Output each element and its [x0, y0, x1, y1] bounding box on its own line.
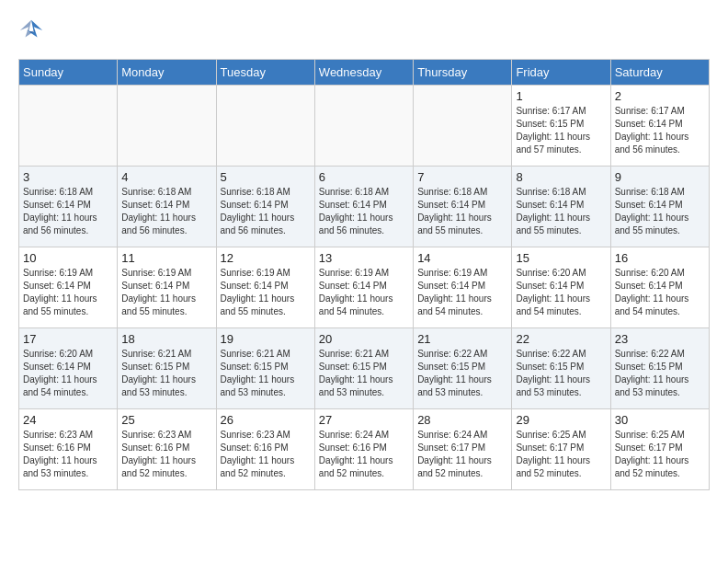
calendar-cell: 3Sunrise: 6:18 AM Sunset: 6:14 PM Daylig…: [19, 167, 118, 247]
day-number: 3: [23, 170, 113, 184]
weekday-header-tuesday: Tuesday: [216, 60, 314, 86]
calendar-cell: 28Sunrise: 6:24 AM Sunset: 6:17 PM Dayli…: [414, 409, 512, 490]
day-number: 23: [615, 332, 705, 346]
calendar-cell: 7Sunrise: 6:18 AM Sunset: 6:14 PM Daylig…: [414, 167, 512, 247]
calendar-cell: 19Sunrise: 6:21 AM Sunset: 6:15 PM Dayli…: [216, 328, 314, 409]
calendar-cell: 25Sunrise: 6:23 AM Sunset: 6:16 PM Dayli…: [118, 409, 216, 490]
calendar-cell: 11Sunrise: 6:19 AM Sunset: 6:14 PM Dayli…: [118, 247, 216, 328]
day-info: Sunrise: 6:23 AM Sunset: 6:16 PM Dayligh…: [121, 429, 211, 480]
calendar-cell: 18Sunrise: 6:21 AM Sunset: 6:15 PM Dayli…: [118, 328, 216, 409]
day-number: 25: [121, 413, 211, 427]
calendar-cell: 9Sunrise: 6:18 AM Sunset: 6:14 PM Daylig…: [610, 167, 709, 247]
calendar-cell: 21Sunrise: 6:22 AM Sunset: 6:15 PM Dayli…: [414, 328, 512, 409]
calendar-cell: 14Sunrise: 6:19 AM Sunset: 6:14 PM Dayli…: [414, 247, 512, 328]
day-info: Sunrise: 6:19 AM Sunset: 6:14 PM Dayligh…: [417, 267, 507, 318]
calendar-cell: 26Sunrise: 6:23 AM Sunset: 6:16 PM Dayli…: [216, 409, 314, 490]
calendar-cell: 17Sunrise: 6:20 AM Sunset: 6:14 PM Dayli…: [19, 328, 118, 409]
calendar-cell: 2Sunrise: 6:17 AM Sunset: 6:14 PM Daylig…: [610, 86, 709, 167]
day-number: 7: [417, 170, 507, 184]
day-info: Sunrise: 6:23 AM Sunset: 6:16 PM Dayligh…: [221, 429, 311, 480]
day-number: 8: [516, 170, 606, 184]
day-number: 1: [516, 89, 606, 103]
day-number: 17: [23, 332, 113, 346]
day-info: Sunrise: 6:19 AM Sunset: 6:14 PM Dayligh…: [319, 267, 409, 318]
weekday-header-friday: Friday: [512, 60, 610, 86]
day-number: 18: [121, 332, 211, 346]
day-info: Sunrise: 6:21 AM Sunset: 6:15 PM Dayligh…: [121, 348, 211, 399]
day-info: Sunrise: 6:18 AM Sunset: 6:14 PM Dayligh…: [417, 186, 507, 237]
day-number: 26: [221, 413, 311, 427]
day-info: Sunrise: 6:18 AM Sunset: 6:14 PM Dayligh…: [121, 186, 211, 237]
calendar-cell: 24Sunrise: 6:23 AM Sunset: 6:16 PM Dayli…: [19, 409, 118, 490]
day-info: Sunrise: 6:22 AM Sunset: 6:15 PM Dayligh…: [516, 348, 606, 399]
day-info: Sunrise: 6:25 AM Sunset: 6:17 PM Dayligh…: [516, 429, 606, 480]
day-number: 21: [417, 332, 507, 346]
day-number: 6: [319, 170, 409, 184]
calendar-cell: 23Sunrise: 6:22 AM Sunset: 6:15 PM Dayli…: [610, 328, 709, 409]
day-info: Sunrise: 6:21 AM Sunset: 6:15 PM Dayligh…: [221, 348, 311, 399]
calendar-cell: 16Sunrise: 6:20 AM Sunset: 6:14 PM Dayli…: [610, 247, 709, 328]
calendar-cell: 4Sunrise: 6:18 AM Sunset: 6:14 PM Daylig…: [118, 167, 216, 247]
day-number: 19: [221, 332, 311, 346]
day-info: Sunrise: 6:18 AM Sunset: 6:14 PM Dayligh…: [615, 186, 705, 237]
day-number: 27: [319, 413, 409, 427]
calendar-cell: [216, 86, 314, 167]
calendar-cell: [314, 86, 413, 167]
day-info: Sunrise: 6:19 AM Sunset: 6:14 PM Dayligh…: [221, 267, 311, 318]
day-info: Sunrise: 6:22 AM Sunset: 6:15 PM Dayligh…: [615, 348, 705, 399]
day-info: Sunrise: 6:17 AM Sunset: 6:15 PM Dayligh…: [516, 105, 606, 156]
calendar-cell: [19, 86, 118, 167]
day-number: 20: [319, 332, 409, 346]
day-info: Sunrise: 6:24 AM Sunset: 6:17 PM Dayligh…: [417, 429, 507, 480]
day-info: Sunrise: 6:25 AM Sunset: 6:17 PM Dayligh…: [615, 429, 705, 480]
day-number: 10: [23, 251, 113, 265]
day-number: 29: [516, 413, 606, 427]
day-info: Sunrise: 6:20 AM Sunset: 6:14 PM Dayligh…: [615, 267, 705, 318]
day-info: Sunrise: 6:24 AM Sunset: 6:16 PM Dayligh…: [319, 429, 409, 480]
day-info: Sunrise: 6:18 AM Sunset: 6:14 PM Dayligh…: [516, 186, 606, 237]
day-number: 24: [23, 413, 113, 427]
calendar-cell: [414, 86, 512, 167]
calendar-row-1: 1Sunrise: 6:17 AM Sunset: 6:15 PM Daylig…: [19, 86, 710, 167]
day-info: Sunrise: 6:22 AM Sunset: 6:15 PM Dayligh…: [417, 348, 507, 399]
calendar-cell: 6Sunrise: 6:18 AM Sunset: 6:14 PM Daylig…: [314, 167, 413, 247]
day-info: Sunrise: 6:19 AM Sunset: 6:14 PM Dayligh…: [121, 267, 211, 318]
weekday-header-wednesday: Wednesday: [314, 60, 413, 86]
day-number: 15: [516, 251, 606, 265]
day-info: Sunrise: 6:20 AM Sunset: 6:14 PM Dayligh…: [23, 348, 113, 399]
day-info: Sunrise: 6:23 AM Sunset: 6:16 PM Dayligh…: [23, 429, 113, 480]
calendar-row-5: 24Sunrise: 6:23 AM Sunset: 6:16 PM Dayli…: [19, 409, 710, 490]
calendar-header-row: SundayMondayTuesdayWednesdayThursdayFrid…: [19, 60, 710, 86]
day-info: Sunrise: 6:18 AM Sunset: 6:14 PM Dayligh…: [221, 186, 311, 237]
day-number: 22: [516, 332, 606, 346]
day-info: Sunrise: 6:18 AM Sunset: 6:14 PM Dayligh…: [319, 186, 409, 237]
day-number: 16: [615, 251, 705, 265]
weekday-header-thursday: Thursday: [414, 60, 512, 86]
day-number: 14: [417, 251, 507, 265]
logo: [18, 18, 48, 44]
weekday-header-saturday: Saturday: [610, 60, 709, 86]
logo-icon: [18, 18, 44, 44]
calendar-cell: [118, 86, 216, 167]
page-header: [18, 18, 710, 44]
calendar-cell: 30Sunrise: 6:25 AM Sunset: 6:17 PM Dayli…: [610, 409, 709, 490]
calendar-cell: 22Sunrise: 6:22 AM Sunset: 6:15 PM Dayli…: [512, 328, 610, 409]
calendar-row-2: 3Sunrise: 6:18 AM Sunset: 6:14 PM Daylig…: [19, 167, 710, 247]
day-number: 12: [221, 251, 311, 265]
day-info: Sunrise: 6:20 AM Sunset: 6:14 PM Dayligh…: [516, 267, 606, 318]
calendar-cell: 29Sunrise: 6:25 AM Sunset: 6:17 PM Dayli…: [512, 409, 610, 490]
calendar-row-4: 17Sunrise: 6:20 AM Sunset: 6:14 PM Dayli…: [19, 328, 710, 409]
day-info: Sunrise: 6:21 AM Sunset: 6:15 PM Dayligh…: [319, 348, 409, 399]
day-number: 11: [121, 251, 211, 265]
calendar-cell: 10Sunrise: 6:19 AM Sunset: 6:14 PM Dayli…: [19, 247, 118, 328]
weekday-header-monday: Monday: [118, 60, 216, 86]
calendar-cell: 20Sunrise: 6:21 AM Sunset: 6:15 PM Dayli…: [314, 328, 413, 409]
calendar-cell: 13Sunrise: 6:19 AM Sunset: 6:14 PM Dayli…: [314, 247, 413, 328]
calendar-row-3: 10Sunrise: 6:19 AM Sunset: 6:14 PM Dayli…: [19, 247, 710, 328]
day-number: 13: [319, 251, 409, 265]
day-number: 5: [221, 170, 311, 184]
calendar-cell: 8Sunrise: 6:18 AM Sunset: 6:14 PM Daylig…: [512, 167, 610, 247]
day-number: 28: [417, 413, 507, 427]
calendar-cell: 5Sunrise: 6:18 AM Sunset: 6:14 PM Daylig…: [216, 167, 314, 247]
day-number: 30: [615, 413, 705, 427]
